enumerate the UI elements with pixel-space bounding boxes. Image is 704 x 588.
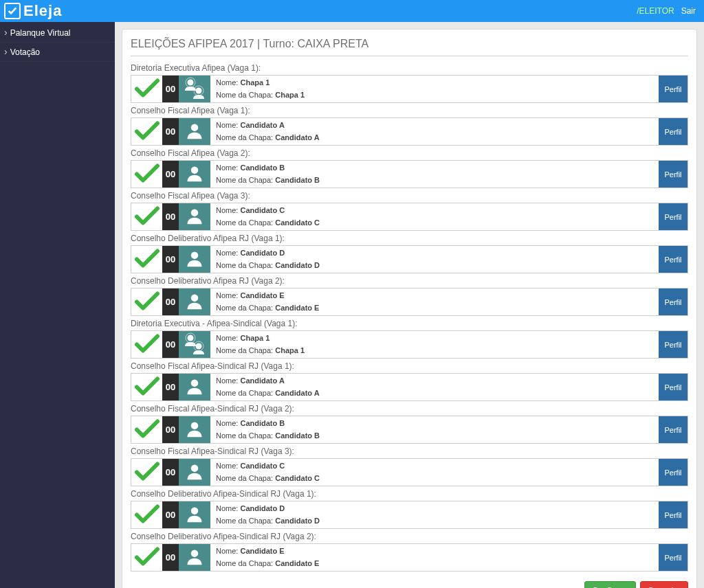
nome-chapa-label: Nome da Chapa: (216, 389, 273, 397)
nome-label: Nome: (216, 163, 238, 172)
chevron-right-icon (4, 27, 8, 38)
perfil-button[interactable]: Perfil (659, 374, 688, 400)
sidebar-item-label: Palanque Virtual (10, 28, 71, 38)
check-icon (135, 376, 160, 398)
check-icon (135, 419, 160, 440)
check-cell (131, 161, 162, 188)
eleitor-link[interactable]: /ELEITOR (637, 6, 674, 16)
nome-label: Nome: (216, 419, 238, 427)
group-avatar-icon (181, 331, 208, 358)
nome-value: Chapa 1 (240, 78, 270, 87)
section-label: Diretoria Executiva - Afipea-Sindical (V… (131, 317, 688, 330)
svg-point-1 (196, 88, 202, 94)
person-avatar-icon (185, 419, 204, 440)
number-cell: 00 (162, 459, 179, 486)
svg-point-8 (191, 294, 199, 302)
perfil-button[interactable]: Perfil (659, 544, 688, 571)
logo-check-icon (4, 3, 21, 19)
vote-card: 00 Nome: Chapa 1 Nome da Chapa: Chapa 1 … (131, 75, 688, 103)
confirmar-button[interactable]: Confirmar (584, 581, 636, 588)
nome-label: Nome: (216, 334, 238, 342)
perfil-button[interactable]: Perfil (659, 246, 688, 273)
info-cell: Nome: Candidato C Nome da Chapa: Candida… (210, 459, 659, 486)
perfil-button[interactable]: Perfil (659, 289, 688, 315)
check-cell (131, 459, 162, 486)
check-icon (135, 462, 160, 483)
section-label: Diretoria Executiva Afipea (Vaga 1): (131, 62, 688, 75)
page-title: ELEIÇÕES AFIPEA 2017 | Turno: CAIXA PRET… (131, 35, 688, 56)
check-icon (135, 163, 160, 185)
nome-value: Candidato E (240, 291, 284, 299)
sidebar-item-votacao[interactable]: Votação (0, 43, 115, 62)
group-avatar-icon (181, 76, 208, 102)
check-cell (131, 331, 162, 358)
check-cell (131, 374, 162, 400)
avatar-cell (179, 76, 210, 102)
check-cell (131, 501, 162, 528)
number-cell: 00 (162, 374, 179, 400)
svg-point-10 (196, 343, 202, 350)
svg-point-15 (191, 464, 199, 472)
check-cell (131, 76, 162, 102)
number-cell: 00 (162, 331, 179, 358)
sair-link[interactable]: Sair (681, 6, 696, 16)
nome-chapa-label: Nome da Chapa: (216, 346, 273, 354)
check-icon (135, 547, 160, 568)
perfil-button[interactable]: Perfil (659, 118, 688, 145)
perfil-button[interactable]: Perfil (659, 161, 688, 188)
vote-card: 00 Nome: Candidato C Nome da Chapa: Cand… (131, 458, 688, 486)
avatar-cell (179, 544, 210, 571)
info-cell: Nome: Candidato B Nome da Chapa: Candida… (210, 161, 659, 188)
perfil-button[interactable]: Perfil (659, 459, 688, 486)
svg-point-5 (191, 166, 199, 174)
svg-point-13 (191, 379, 199, 387)
person-avatar-icon (185, 376, 204, 398)
number-cell: 00 (162, 416, 179, 443)
section-label: Conselho Deliberativo Afipea-Sindical RJ… (131, 488, 688, 501)
nome-chapa-label: Nome da Chapa: (216, 304, 273, 312)
nome-label: Nome: (216, 547, 238, 555)
brand-text: Eleja (23, 2, 62, 20)
vote-card: 00 Nome: Candidato A Nome da Chapa: Cand… (131, 117, 688, 146)
nome-value: Candidato B (240, 163, 285, 172)
number-cell: 00 (162, 501, 179, 528)
nome-label: Nome: (216, 504, 238, 512)
check-icon (135, 334, 160, 355)
section-label: Conselho Fiscal Afipea (Vaga 1): (131, 104, 688, 117)
divider (131, 56, 688, 56)
perfil-button[interactable]: Perfil (659, 203, 688, 230)
nome-chapa-value: Chapa 1 (275, 91, 305, 99)
nome-value: Candidato D (240, 504, 285, 512)
check-cell (131, 203, 162, 230)
nome-chapa-value: Candidato D (275, 517, 320, 525)
perfil-button[interactable]: Perfil (659, 416, 688, 443)
nome-chapa-value: Candidato A (275, 133, 319, 142)
avatar-cell (179, 501, 210, 528)
nome-chapa-value: Candidato C (275, 218, 320, 227)
nome-chapa-value: Candidato E (275, 304, 319, 312)
cancelar-button[interactable]: Cancelar (640, 581, 688, 588)
sidebar-item-palanque-virtual[interactable]: Palanque Virtual (0, 23, 115, 43)
check-cell (131, 289, 162, 315)
check-icon (135, 121, 160, 142)
person-avatar-icon (185, 504, 204, 525)
perfil-button[interactable]: Perfil (659, 331, 688, 358)
avatar-cell (179, 331, 210, 358)
avatar-cell (179, 118, 210, 145)
check-icon (135, 249, 160, 270)
vote-card: 00 Nome: Candidato D Nome da Chapa: Cand… (131, 245, 688, 273)
nome-chapa-label: Nome da Chapa: (216, 91, 273, 99)
info-cell: Nome: Candidato D Nome da Chapa: Candida… (210, 246, 659, 273)
info-cell: Nome: Candidato B Nome da Chapa: Candida… (210, 416, 659, 443)
chevron-right-icon (4, 47, 8, 57)
nome-label: Nome: (216, 121, 238, 129)
perfil-button[interactable]: Perfil (659, 76, 688, 102)
section-label: Conselho Deliberativo Afipea-Sindical RJ… (131, 530, 688, 543)
brand: Eleja (4, 2, 62, 20)
nome-chapa-label: Nome da Chapa: (216, 474, 273, 482)
vote-card: 00 Nome: Candidato B Nome da Chapa: Cand… (131, 160, 688, 188)
check-cell (131, 118, 162, 145)
section-label: Conselho Fiscal Afipea-Sindical RJ (Vaga… (131, 403, 688, 416)
perfil-button[interactable]: Perfil (659, 501, 688, 528)
check-icon (135, 504, 160, 525)
